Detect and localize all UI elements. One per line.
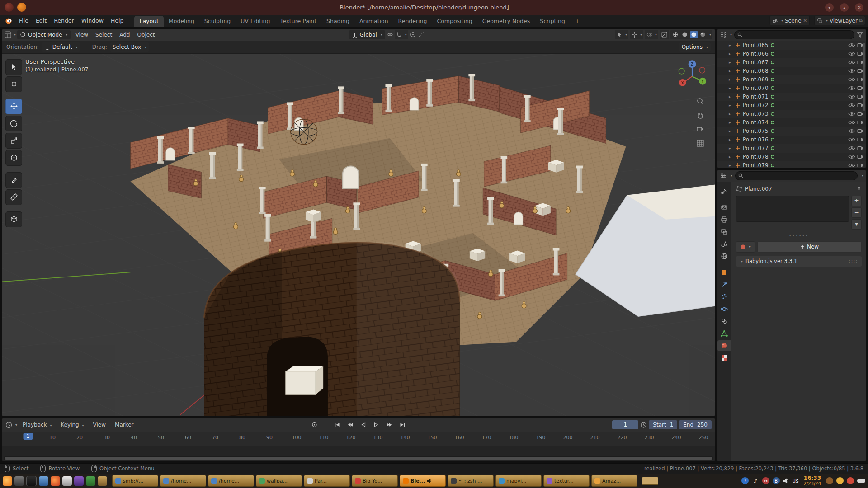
expand-arrow-icon[interactable]: ▸ — [729, 129, 733, 133]
eye-visibility-icon[interactable] — [848, 69, 855, 73]
outliner-row[interactable]: ▸ Point.075 — [717, 127, 866, 136]
shading-material-button[interactable] — [690, 31, 698, 38]
keying-menu[interactable]: Keying ▾ — [57, 421, 87, 429]
outliner-editor-icon[interactable] — [720, 31, 726, 38]
eye-visibility-icon[interactable] — [848, 43, 855, 47]
filter-funnel-icon[interactable] — [857, 31, 863, 38]
annotate-tool[interactable] — [5, 172, 22, 188]
tab-material[interactable] — [717, 340, 731, 351]
close-button[interactable]: ✕ — [855, 3, 863, 12]
maximize-button[interactable]: ▴ — [840, 3, 849, 12]
viewport-3d[interactable]: User Perspective (1) realized | Plane.00… — [2, 54, 715, 416]
play-button[interactable] — [372, 421, 382, 429]
taskbar-window-button[interactable]: mapvi... — [495, 475, 542, 487]
eye-visibility-icon[interactable] — [848, 86, 855, 90]
eye-visibility-icon[interactable] — [848, 77, 855, 82]
workspace-tab[interactable]: + — [570, 16, 585, 27]
browser-icon[interactable] — [51, 476, 60, 486]
gizmos-dropdown[interactable]: ▾ — [630, 30, 643, 39]
scale-tool[interactable] — [5, 133, 22, 149]
tab-tool[interactable] — [717, 186, 731, 197]
magnet-icon[interactable] — [396, 31, 403, 38]
outliner-row[interactable]: ▸ Point.074 — [717, 118, 866, 127]
navigation-gizmo[interactable]: Z Y X — [675, 58, 709, 92]
expand-arrow-icon[interactable]: ▸ — [729, 43, 733, 47]
select-box-tool[interactable] — [5, 59, 22, 75]
session-pill-icon[interactable] — [857, 479, 865, 483]
playback-menu[interactable]: Playback ▾ — [19, 421, 55, 429]
eye-visibility-icon[interactable] — [848, 137, 855, 142]
minimize-button[interactable]: ▾ — [825, 3, 834, 12]
expand-arrow-icon[interactable]: ▸ — [729, 112, 733, 116]
view-menu[interactable]: View — [90, 421, 109, 429]
expand-arrow-icon[interactable]: ▸ — [729, 86, 733, 90]
menu-item[interactable]: File — [15, 16, 32, 25]
tab-physics[interactable] — [717, 304, 731, 314]
scrollbar-thumb[interactable] — [5, 457, 712, 460]
tab-object[interactable] — [717, 267, 731, 278]
workspace-tab[interactable]: Rendering — [393, 16, 432, 27]
eye-visibility-icon[interactable] — [848, 146, 855, 150]
camera-render-icon[interactable] — [857, 94, 863, 99]
taskbar-window-button[interactable]: Par... — [304, 475, 350, 487]
tab-particles[interactable] — [717, 291, 731, 302]
outliner-row[interactable]: ▸ Point.067 — [717, 58, 866, 67]
menu-item[interactable]: Edit — [32, 16, 50, 25]
camera-render-icon[interactable] — [857, 103, 863, 108]
mail-icon[interactable] — [62, 476, 72, 486]
menu-item[interactable]: Help — [107, 16, 127, 25]
music-icon[interactable] — [74, 476, 84, 486]
transform-tool[interactable] — [5, 150, 22, 166]
eye-visibility-icon[interactable] — [848, 103, 855, 108]
shading-solid-button[interactable] — [681, 31, 689, 38]
panel-grip[interactable]: :::: — [849, 259, 858, 263]
timeline-track-area[interactable] — [2, 446, 715, 461]
expand-arrow-icon[interactable]: ▸ — [729, 94, 733, 99]
babylon-addon-panel[interactable]: ▾ Babylon.js ver 3.3.1 :::: — [736, 256, 862, 267]
workspace-tab[interactable]: Texture Paint — [275, 16, 321, 27]
terminal-icon[interactable] — [26, 476, 37, 486]
eye-visibility-icon[interactable] — [848, 129, 855, 133]
measure-tool[interactable] — [5, 189, 22, 205]
camera-render-icon[interactable] — [857, 43, 863, 47]
taskbar-window-button[interactable]: Ble... — [400, 475, 446, 487]
viewlayer-selector[interactable]: ▾ ViewLayer ⧉ — [814, 16, 865, 25]
use-preview-range-icon[interactable] — [640, 422, 647, 428]
app-menu-icon[interactable] — [3, 476, 12, 486]
cursor-tool[interactable] — [5, 76, 22, 92]
camera-render-icon[interactable] — [857, 52, 863, 56]
workspace-tab[interactable]: Sculpting — [199, 16, 236, 27]
play-reverse-button[interactable] — [359, 421, 368, 429]
browse-material-dropdown[interactable]: ▾ — [736, 241, 755, 253]
outliner-row[interactable]: ▸ Point.077 — [717, 144, 866, 153]
snapping-group[interactable]: ▾ — [395, 30, 408, 39]
taskbar-window-button[interactable]: smb://... — [112, 475, 158, 487]
outliner-row[interactable]: ▸ Point.065 — [717, 41, 866, 50]
blender-logo-icon[interactable] — [5, 17, 13, 25]
outliner-row[interactable]: ▸ Point.071 — [717, 93, 866, 101]
camera-render-icon[interactable] — [857, 137, 863, 142]
proportional-editing-icon[interactable] — [410, 31, 416, 38]
add-slot-button[interactable]: + — [851, 196, 862, 206]
workspace-tab[interactable]: Modeling — [164, 16, 199, 27]
taskbar-window-button[interactable]: /home... — [160, 475, 206, 487]
clock[interactable]: 16:33 2/23/24 — [803, 475, 821, 486]
menu-item[interactable]: Add — [116, 31, 133, 39]
tab-modifiers[interactable] — [717, 279, 731, 290]
outliner-row[interactable]: ▸ Point.068 — [717, 67, 866, 75]
expand-arrow-icon[interactable]: ▸ — [729, 155, 733, 159]
properties-search[interactable] — [735, 171, 858, 180]
orthographic-grid-icon[interactable] — [696, 139, 704, 147]
tab-output[interactable] — [717, 214, 731, 225]
file-manager-icon[interactable] — [39, 476, 48, 486]
camera-render-icon[interactable] — [857, 86, 863, 90]
snap-target-icon[interactable] — [387, 31, 393, 38]
frame-end-field[interactable]: End 250 — [679, 420, 712, 429]
next-keyframe-button[interactable] — [385, 421, 395, 429]
menu-item[interactable]: Window — [78, 16, 107, 25]
expand-arrow-icon[interactable]: ▸ — [729, 52, 733, 56]
camera-render-icon[interactable] — [857, 146, 863, 150]
camera-render-icon[interactable] — [857, 120, 863, 125]
window-menu-icon[interactable] — [5, 3, 14, 12]
xray-toggle[interactable] — [660, 30, 669, 39]
